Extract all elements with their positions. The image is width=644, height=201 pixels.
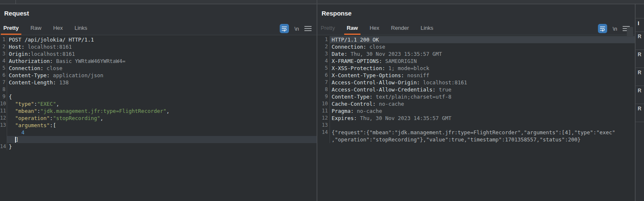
inspector-section-cell[interactable]: R (636, 86, 644, 104)
editor-line[interactable]: 9{ (0, 93, 317, 100)
editor-line[interactable]: 9Content-Type: text/plain;charset=utf-8 (317, 93, 635, 100)
line-content[interactable]: Origin:localhost:8161 (7, 50, 317, 57)
line-content[interactable]: Content-Length: 138 (7, 79, 317, 86)
line-content[interactable]: "arguments":[ (7, 122, 317, 129)
line-number: 1 (317, 36, 330, 43)
word-wrap-icon (599, 25, 606, 32)
line-content[interactable]: Date: Thu, 30 Nov 2023 15:35:57 GMT (330, 50, 635, 57)
tab-render[interactable]: Render (389, 23, 412, 35)
line-content[interactable]: { (7, 93, 317, 100)
line-number (317, 136, 330, 143)
tab-hex[interactable]: Hex (51, 23, 65, 35)
line-content[interactable]: Expires: Thu, 30 Nov 2023 14:35:57 GMT (330, 115, 635, 122)
editor-line[interactable]: 2Host: localhost:8161 (0, 43, 317, 50)
editor-line[interactable]: 7Access-Control-Allow-Origin: localhost:… (317, 79, 635, 86)
inspector-section-cell[interactable]: R (636, 104, 644, 122)
line-content[interactable]: Content-Type: text/plain;charset=utf-8 (330, 93, 635, 100)
editor-line[interactable]: 6Content-Type: application/json (0, 72, 317, 79)
editor-line[interactable]: 10 "type":"EXEC", (0, 100, 317, 107)
line-content[interactable]: "type":"EXEC", (7, 100, 317, 107)
line-content[interactable]: Authorization: Basic YWRtaW46YWRtaW4= (7, 57, 317, 65)
show-newlines-toggle[interactable]: \n (294, 26, 299, 32)
line-number: 8 (0, 86, 7, 93)
line-number: 14 (0, 143, 7, 150)
line-content[interactable]: POST /api/jolokia/ HTTP/1.1 (7, 36, 317, 43)
inspector-collapsed-strip[interactable]: IRRRRR (636, 4, 644, 201)
editor-line[interactable]: 14{"request":{"mbean":"jdk.management.jf… (317, 129, 635, 136)
line-content[interactable]: Cache-Control: no-cache (330, 100, 635, 107)
editor-line[interactable]: 14} (0, 143, 317, 150)
request-editor[interactable]: 1POST /api/jolokia/ HTTP/1.12Host: local… (0, 35, 317, 201)
tab-raw[interactable]: Raw (28, 23, 44, 35)
editor-line[interactable]: 3Origin:localhost:8161 (0, 50, 317, 57)
line-content[interactable]: X-Content-Type-Options: nosniff (330, 72, 635, 79)
tab-links[interactable]: Links (418, 23, 435, 35)
line-number: 3 (0, 50, 7, 57)
line-content[interactable]: 4 (7, 129, 317, 136)
line-number: 13 (317, 122, 330, 129)
editor-line[interactable]: 10Cache-Control: no-cache (317, 100, 635, 107)
line-content[interactable]: Access-Control-Allow-Credentials: true (330, 86, 635, 93)
inspector-header-cell[interactable]: I (636, 18, 644, 31)
word-wrap-toggle-button[interactable] (598, 24, 607, 33)
editor-line[interactable]: ] (0, 136, 317, 143)
tab-hex[interactable]: Hex (367, 23, 382, 35)
editor-line[interactable]: 7Content-Length: 138 (0, 79, 317, 86)
editor-line[interactable]: 8 (0, 86, 317, 93)
response-editor[interactable]: 1HTTP/1.1 200 OK2Connection: close3Date:… (317, 35, 635, 201)
editor-line[interactable]: 12Expires: Thu, 30 Nov 2023 14:35:57 GMT (317, 115, 635, 122)
request-editor-toolbar: \n (280, 23, 312, 34)
line-content[interactable]: Access-Control-Allow-Origin: localhost:8… (330, 79, 635, 86)
editor-line[interactable]: 4Authorization: Basic YWRtaW46YWRtaW4= (0, 57, 317, 65)
line-content[interactable]: Host: localhost:8161 (7, 43, 317, 50)
line-content[interactable]: Connection: close (7, 65, 317, 72)
scrollbar-thumb[interactable] (627, 27, 633, 37)
hamburger-menu-icon[interactable] (304, 26, 312, 31)
line-content[interactable]: "operation":"stopRecording", (7, 115, 317, 122)
line-content[interactable]: ,"operation":"stopRecording"},"value":tr… (330, 136, 635, 143)
line-content[interactable]: X-XSS-Protection: 1; mode=block (330, 65, 635, 72)
editor-line[interactable]: 1HTTP/1.1 200 OK (317, 36, 635, 43)
request-tabs: PrettyRawHexLinks (1, 23, 96, 35)
editor-line[interactable]: 13 "arguments":[ (0, 122, 317, 129)
inspector-section-cell[interactable]: R (636, 50, 644, 68)
line-number: 7 (0, 79, 7, 86)
line-number: 10 (0, 100, 7, 107)
line-content[interactable]: Connection: close (330, 43, 635, 50)
line-content[interactable]: HTTP/1.1 200 OK (330, 36, 635, 43)
line-content[interactable]: } (7, 143, 317, 150)
editor-line[interactable]: 6X-Content-Type-Options: nosniff (317, 72, 635, 79)
editor-line[interactable]: 4 (0, 129, 317, 136)
line-content[interactable]: "mbean":"jdk.management.jfr:type=FlightR… (7, 107, 317, 115)
editor-line[interactable]: 11Pragma: no-cache (317, 107, 635, 115)
tab-links[interactable]: Links (72, 23, 90, 35)
editor-line[interactable]: 1POST /api/jolokia/ HTTP/1.1 (0, 36, 317, 43)
inspector-section-cell[interactable]: R (636, 68, 644, 86)
editor-line[interactable]: 2Connection: close (317, 43, 635, 50)
line-content[interactable]: Pragma: no-cache (330, 107, 635, 115)
editor-line[interactable]: 12 "operation":"stopRecording", (0, 115, 317, 122)
line-content[interactable]: X-FRAME-OPTIONS: SAMEORIGIN (330, 57, 635, 65)
inspector-section-cell[interactable]: R (636, 31, 644, 50)
word-wrap-toggle-button[interactable] (280, 24, 289, 33)
line-content[interactable]: Content-Type: application/json (7, 72, 317, 79)
editor-line[interactable]: 5Connection: close (0, 65, 317, 72)
editor-line[interactable]: 13 (317, 122, 635, 129)
editor-line[interactable]: 8Access-Control-Allow-Credentials: true (317, 86, 635, 93)
tab-pretty[interactable]: Pretty (1, 23, 21, 35)
response-panel: Response PrettyRawHexRenderLinks \n 1HTT… (317, 4, 635, 201)
line-number: 5 (0, 65, 7, 72)
line-content[interactable] (330, 122, 635, 129)
editor-line[interactable]: 4X-FRAME-OPTIONS: SAMEORIGIN (317, 57, 635, 65)
line-number: 6 (0, 72, 7, 79)
tab-raw[interactable]: Raw (344, 23, 361, 35)
line-content[interactable]: {"request":{"mbean":"jdk.management.jfr:… (330, 129, 635, 136)
word-wrap-icon (281, 25, 288, 32)
editor-line[interactable]: 11 "mbean":"jdk.management.jfr:type=Flig… (0, 107, 317, 115)
editor-line[interactable]: 5X-XSS-Protection: 1; mode=block (317, 65, 635, 72)
show-newlines-toggle[interactable]: \n (613, 26, 617, 32)
line-content[interactable] (7, 86, 317, 93)
editor-line[interactable]: ,"operation":"stopRecording"},"value":tr… (317, 136, 635, 143)
editor-line[interactable]: 3Date: Thu, 30 Nov 2023 15:35:57 GMT (317, 50, 635, 57)
line-content[interactable]: ] (7, 136, 317, 143)
